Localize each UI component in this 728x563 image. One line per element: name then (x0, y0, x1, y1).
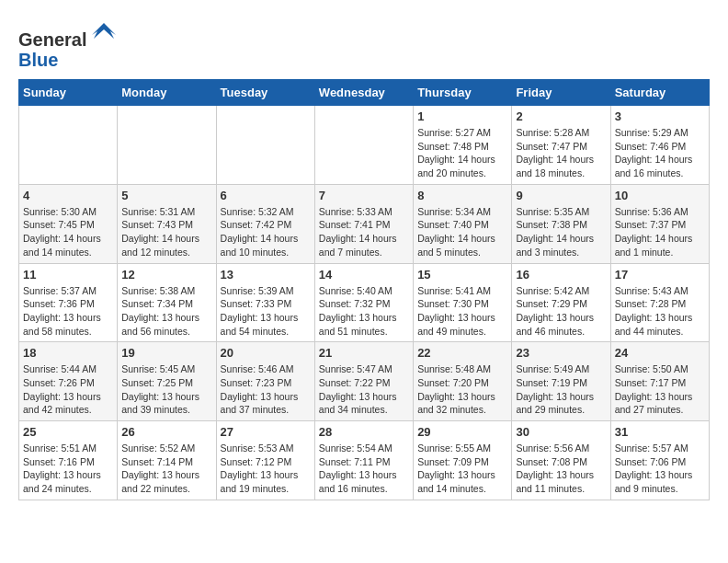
day-info: Sunrise: 5:28 AM Sunset: 7:47 PM Dayligh… (516, 126, 606, 180)
svg-marker-0 (92, 23, 116, 39)
day-number: 26 (121, 425, 211, 439)
logo-bird-icon (90, 18, 118, 46)
calendar-cell (118, 106, 216, 185)
day-number: 31 (615, 425, 705, 439)
calendar-cell: 20Sunrise: 5:46 AM Sunset: 7:23 PM Dayli… (216, 342, 314, 421)
day-info: Sunrise: 5:57 AM Sunset: 7:06 PM Dayligh… (615, 442, 705, 496)
calendar-week-2: 4Sunrise: 5:30 AM Sunset: 7:45 PM Daylig… (19, 184, 710, 263)
day-number: 9 (516, 189, 606, 202)
calendar-cell: 25Sunrise: 5:51 AM Sunset: 7:16 PM Dayli… (19, 421, 118, 500)
calendar-cell: 11Sunrise: 5:37 AM Sunset: 7:36 PM Dayli… (19, 263, 118, 342)
day-info: Sunrise: 5:38 AM Sunset: 7:34 PM Dayligh… (121, 284, 211, 339)
header-sunday: Sunday (19, 80, 118, 106)
day-number: 6 (221, 189, 311, 202)
day-info: Sunrise: 5:50 AM Sunset: 7:17 PM Dayligh… (615, 362, 705, 417)
calendar-cell: 18Sunrise: 5:44 AM Sunset: 7:26 PM Dayli… (19, 342, 118, 421)
day-number: 3 (615, 109, 705, 123)
calendar-cell: 19Sunrise: 5:45 AM Sunset: 7:25 PM Dayli… (118, 342, 216, 421)
calendar-cell: 30Sunrise: 5:56 AM Sunset: 7:08 PM Dayli… (512, 421, 610, 500)
day-number: 19 (121, 346, 211, 360)
calendar-cell: 4Sunrise: 5:30 AM Sunset: 7:45 PM Daylig… (19, 184, 118, 263)
day-info: Sunrise: 5:53 AM Sunset: 7:12 PM Dayligh… (221, 442, 311, 496)
calendar-cell: 14Sunrise: 5:40 AM Sunset: 7:32 PM Dayli… (314, 263, 413, 342)
calendar-table: SundayMondayTuesdayWednesdayThursdayFrid… (18, 79, 710, 500)
day-number: 20 (221, 346, 311, 360)
day-info: Sunrise: 5:48 AM Sunset: 7:20 PM Dayligh… (417, 362, 507, 417)
calendar-cell: 5Sunrise: 5:31 AM Sunset: 7:43 PM Daylig… (118, 184, 216, 263)
header-friday: Friday (512, 80, 610, 106)
day-info: Sunrise: 5:47 AM Sunset: 7:22 PM Dayligh… (319, 362, 409, 417)
day-number: 22 (417, 346, 507, 360)
calendar-cell: 28Sunrise: 5:54 AM Sunset: 7:11 PM Dayli… (314, 421, 413, 500)
day-number: 4 (23, 189, 113, 202)
day-number: 5 (121, 189, 211, 202)
day-number: 14 (319, 268, 409, 282)
calendar-cell: 21Sunrise: 5:47 AM Sunset: 7:22 PM Dayli… (314, 342, 413, 421)
calendar-cell: 16Sunrise: 5:42 AM Sunset: 7:29 PM Dayli… (512, 263, 610, 342)
calendar-week-3: 11Sunrise: 5:37 AM Sunset: 7:36 PM Dayli… (19, 263, 710, 342)
day-info: Sunrise: 5:54 AM Sunset: 7:11 PM Dayligh… (319, 442, 409, 496)
calendar-cell: 10Sunrise: 5:36 AM Sunset: 7:37 PM Dayli… (610, 184, 709, 263)
logo-blue: Blue (18, 50, 58, 70)
day-number: 2 (516, 109, 606, 123)
calendar-cell (314, 106, 413, 185)
day-info: Sunrise: 5:39 AM Sunset: 7:33 PM Dayligh… (221, 284, 311, 339)
calendar-cell: 26Sunrise: 5:52 AM Sunset: 7:14 PM Dayli… (118, 421, 216, 500)
day-number: 13 (221, 268, 311, 282)
day-info: Sunrise: 5:42 AM Sunset: 7:29 PM Dayligh… (516, 284, 606, 339)
day-info: Sunrise: 5:49 AM Sunset: 7:19 PM Dayligh… (516, 362, 606, 417)
day-info: Sunrise: 5:46 AM Sunset: 7:23 PM Dayligh… (221, 362, 311, 417)
calendar-cell: 2Sunrise: 5:28 AM Sunset: 7:47 PM Daylig… (512, 106, 610, 185)
calendar-cell: 6Sunrise: 5:32 AM Sunset: 7:42 PM Daylig… (216, 184, 314, 263)
day-info: Sunrise: 5:51 AM Sunset: 7:16 PM Dayligh… (23, 442, 113, 496)
calendar-cell: 29Sunrise: 5:55 AM Sunset: 7:09 PM Dayli… (414, 421, 512, 500)
calendar-cell: 3Sunrise: 5:29 AM Sunset: 7:46 PM Daylig… (610, 106, 709, 185)
day-info: Sunrise: 5:56 AM Sunset: 7:08 PM Dayligh… (516, 442, 606, 496)
calendar-week-5: 25Sunrise: 5:51 AM Sunset: 7:16 PM Dayli… (19, 421, 710, 500)
calendar-cell: 15Sunrise: 5:41 AM Sunset: 7:30 PM Dayli… (414, 263, 512, 342)
day-info: Sunrise: 5:34 AM Sunset: 7:40 PM Dayligh… (417, 205, 507, 259)
day-info: Sunrise: 5:35 AM Sunset: 7:38 PM Dayligh… (516, 205, 606, 259)
day-number: 17 (615, 268, 705, 282)
calendar-cell (19, 106, 118, 185)
day-info: Sunrise: 5:32 AM Sunset: 7:42 PM Dayligh… (221, 205, 311, 259)
day-info: Sunrise: 5:33 AM Sunset: 7:41 PM Dayligh… (319, 205, 409, 259)
day-info: Sunrise: 5:45 AM Sunset: 7:25 PM Dayligh… (121, 362, 211, 417)
logo-general: General (18, 29, 86, 50)
header-saturday: Saturday (610, 80, 709, 106)
day-info: Sunrise: 5:37 AM Sunset: 7:36 PM Dayligh… (23, 284, 113, 339)
day-number: 18 (23, 346, 113, 360)
calendar-week-4: 18Sunrise: 5:44 AM Sunset: 7:26 PM Dayli… (19, 342, 710, 421)
calendar-cell: 27Sunrise: 5:53 AM Sunset: 7:12 PM Dayli… (216, 421, 314, 500)
day-number: 30 (516, 425, 606, 439)
day-info: Sunrise: 5:44 AM Sunset: 7:26 PM Dayligh… (23, 362, 113, 417)
calendar-cell: 17Sunrise: 5:43 AM Sunset: 7:28 PM Dayli… (610, 263, 709, 342)
page-header: General Blue (18, 18, 710, 70)
day-info: Sunrise: 5:43 AM Sunset: 7:28 PM Dayligh… (615, 284, 705, 339)
day-number: 24 (615, 346, 705, 360)
calendar-cell: 24Sunrise: 5:50 AM Sunset: 7:17 PM Dayli… (610, 342, 709, 421)
day-number: 16 (516, 268, 606, 282)
calendar-cell: 22Sunrise: 5:48 AM Sunset: 7:20 PM Dayli… (414, 342, 512, 421)
day-info: Sunrise: 5:27 AM Sunset: 7:48 PM Dayligh… (417, 126, 507, 180)
day-number: 12 (121, 268, 211, 282)
day-number: 11 (23, 268, 113, 282)
day-number: 21 (319, 346, 409, 360)
calendar-cell: 13Sunrise: 5:39 AM Sunset: 7:33 PM Dayli… (216, 263, 314, 342)
day-info: Sunrise: 5:31 AM Sunset: 7:43 PM Dayligh… (121, 205, 211, 259)
calendar-cell: 31Sunrise: 5:57 AM Sunset: 7:06 PM Dayli… (610, 421, 709, 500)
header-monday: Monday (118, 80, 216, 106)
day-number: 23 (516, 346, 606, 360)
day-number: 1 (417, 109, 507, 123)
day-info: Sunrise: 5:36 AM Sunset: 7:37 PM Dayligh… (615, 205, 705, 259)
header-thursday: Thursday (414, 80, 512, 106)
calendar-week-1: 1Sunrise: 5:27 AM Sunset: 7:48 PM Daylig… (19, 106, 710, 185)
calendar-cell: 7Sunrise: 5:33 AM Sunset: 7:41 PM Daylig… (314, 184, 413, 263)
day-number: 15 (417, 268, 507, 282)
day-number: 8 (417, 189, 507, 202)
calendar-cell: 12Sunrise: 5:38 AM Sunset: 7:34 PM Dayli… (118, 263, 216, 342)
day-number: 29 (417, 425, 507, 439)
day-number: 7 (319, 189, 409, 202)
calendar-cell (216, 106, 314, 185)
day-info: Sunrise: 5:29 AM Sunset: 7:46 PM Dayligh… (615, 126, 705, 180)
